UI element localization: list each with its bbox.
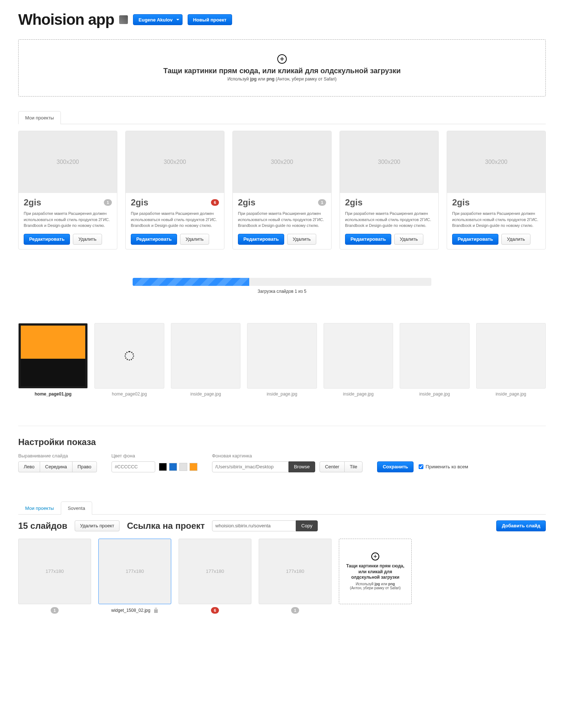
slide-thumbnail[interactable]: 177x180 [98, 539, 171, 604]
card-description: При разработке макета Расширения должен … [345, 210, 433, 229]
slide-thumbnail[interactable] [94, 323, 164, 389]
card-description: При разработке макета Расширения должен … [452, 210, 540, 229]
slide-meta: 6 [179, 607, 251, 614]
project-slide-item[interactable]: 177x180 widget_1508_02.jpg [98, 539, 171, 614]
slide-filename: widget_1508_02.jpg [111, 608, 150, 613]
edit-button[interactable]: Редактировать [452, 234, 498, 245]
bg-color-label: Цвет фона [111, 453, 197, 459]
color-swatch[interactable] [189, 463, 197, 471]
slide-item[interactable]: inside_page.jpg [171, 323, 240, 397]
slide-item[interactable]: home_page01.jpg [18, 323, 88, 397]
new-project-button[interactable]: Новый проект [188, 14, 232, 25]
card-badge: 6 [211, 199, 219, 206]
avatar[interactable] [119, 15, 128, 24]
slide-thumbnail[interactable] [400, 323, 469, 389]
align-center-button[interactable]: Середина [40, 461, 73, 472]
color-swatch[interactable] [159, 463, 167, 471]
project-card[interactable]: 300x200 2gis 6 При разработке макета Рас… [125, 131, 224, 249]
apply-all-checkbox-input[interactable] [419, 464, 423, 469]
card-badge: 1 [104, 199, 112, 206]
delete-project-button[interactable]: Удалить проект [75, 520, 120, 531]
slide-thumbnail[interactable]: 177x180 [18, 539, 91, 604]
project-card[interactable]: 300x200 2gis При разработке макета Расши… [340, 131, 439, 249]
slide-item[interactable]: home_page02.jpg [94, 323, 164, 397]
project-card[interactable]: 300x200 2gis 1 При разработке макета Рас… [18, 131, 117, 249]
edit-button[interactable]: Редактировать [238, 234, 284, 245]
slide-thumbnail[interactable] [476, 323, 546, 389]
display-settings: Выравнивание слайда Лево Середина Право … [18, 453, 546, 472]
align-left-button[interactable]: Лево [18, 461, 40, 472]
card-badge: 1 [318, 199, 326, 206]
slide-thumbnail[interactable] [18, 323, 88, 389]
card-thumbnail: 300x200 [233, 131, 331, 193]
project-cards: 300x200 2gis 1 При разработке макета Рас… [18, 124, 546, 256]
tab-my-projects[interactable]: Мои проекты [18, 111, 61, 124]
delete-button[interactable]: Удалить [180, 234, 209, 245]
slide-thumbnail[interactable] [247, 323, 317, 389]
card-thumbnail: 300x200 [126, 131, 224, 193]
trash-icon[interactable] [153, 608, 158, 613]
add-slide-button[interactable]: Добавить слайд [496, 520, 546, 531]
project-link-input[interactable] [212, 520, 296, 531]
slide-meta: 1 [259, 607, 332, 614]
browse-button[interactable]: Browse [289, 461, 315, 472]
align-label: Выравнивание слайда [18, 453, 97, 459]
slide-thumbnail[interactable]: 177x180 [259, 539, 332, 604]
color-swatch[interactable] [179, 463, 187, 471]
upload-dropzone[interactable]: + Тащи картинки прям сюда, или кликай дл… [18, 39, 546, 97]
delete-button[interactable]: Удалить [394, 234, 423, 245]
tab-soventa[interactable]: Soventa [61, 501, 92, 515]
project-card[interactable]: 300x200 2gis При разработке макета Расши… [447, 131, 546, 249]
slide-upload-dropzone[interactable]: + Тащи картинки прям сюда, или кликай дл… [339, 539, 412, 604]
delete-button[interactable]: Удалить [501, 234, 530, 245]
slide-thumbnails: home_page01.jpghome_page02.jpginside_pag… [18, 323, 546, 397]
slide-preview-image [21, 326, 85, 386]
project-slide-item[interactable]: 177x180 6 [179, 539, 251, 614]
bg-pos-center-button[interactable]: Center [320, 461, 345, 472]
edit-button[interactable]: Редактировать [345, 234, 391, 245]
slide-count-title: 15 слайдов [18, 521, 67, 531]
slide-filename: inside_page.jpg [400, 391, 469, 397]
save-button[interactable]: Сохранить [377, 461, 414, 472]
slide-badge: 1 [291, 607, 299, 614]
slide-thumbnail[interactable] [324, 323, 393, 389]
progress-text: Загрузка слайдов 1 из 5 [133, 289, 431, 294]
align-right-button[interactable]: Право [72, 461, 97, 472]
settings-heading: Настройки показа [18, 437, 546, 447]
card-description: При разработке макета Расширения должен … [238, 210, 326, 229]
save-setting: Сохранить Применить ко всем [377, 453, 468, 472]
slide-thumbnail[interactable]: 177x180 [179, 539, 251, 604]
slide-item[interactable]: inside_page.jpg [400, 323, 469, 397]
project-header: 15 слайдов Удалить проект Ссылка на прое… [18, 520, 546, 531]
copy-link-button[interactable]: Copy [296, 520, 318, 531]
app-header: Whoision app Eugene Akulov Новый проект [18, 11, 546, 28]
edit-button[interactable]: Редактировать [131, 234, 177, 245]
project-slide-item[interactable]: 177x180 1 [259, 539, 332, 614]
project-slide-item[interactable]: 177x180 1 [18, 539, 91, 614]
color-swatch[interactable] [169, 463, 177, 471]
delete-button[interactable]: Удалить [73, 234, 102, 245]
slide-filename: home_page02.jpg [94, 391, 164, 397]
progress-bar-track [133, 278, 431, 286]
edit-button[interactable]: Редактировать [24, 234, 70, 245]
tab-my-projects-2[interactable]: Мои проекты [18, 501, 61, 515]
slide-filename: home_page01.jpg [18, 391, 88, 397]
user-menu-button[interactable]: Eugene Akulov [133, 14, 182, 25]
slide-item[interactable]: inside_page.jpg [324, 323, 393, 397]
bg-image-setting: Фоновая картинка Browse Center Tile [212, 453, 363, 472]
slide-thumbnail[interactable] [171, 323, 240, 389]
slide-item[interactable]: inside_page.jpg [247, 323, 317, 397]
slide-meta: widget_1508_02.jpg [98, 607, 171, 614]
projects-tabs: Мои проекты [18, 111, 546, 124]
card-thumbnail: 300x200 [447, 131, 545, 193]
brand-title: Whoision app [18, 11, 114, 28]
slide-item[interactable]: inside_page.jpg [476, 323, 546, 397]
slide-badge: 6 [211, 607, 219, 614]
bg-pos-tile-button[interactable]: Tile [344, 461, 363, 472]
bg-color-input[interactable] [111, 461, 155, 472]
project-card[interactable]: 300x200 2gis 1 При разработке макета Рас… [232, 131, 332, 249]
delete-button[interactable]: Удалить [287, 234, 316, 245]
card-title: 2gis [238, 197, 255, 208]
apply-all-checkbox[interactable]: Применить ко всем [419, 464, 468, 469]
bg-image-path-input[interactable] [212, 461, 289, 472]
